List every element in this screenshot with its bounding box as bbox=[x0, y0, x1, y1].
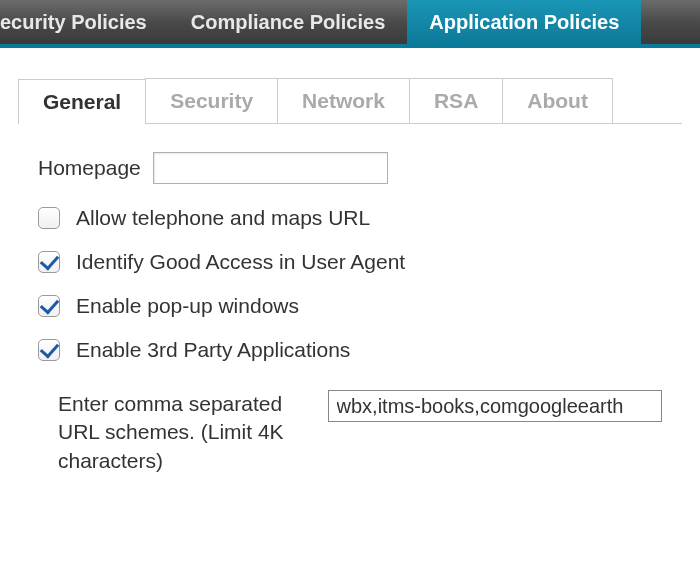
form-area: Homepage Allow telephone and maps URL Id… bbox=[18, 124, 682, 495]
tab-about[interactable]: About bbox=[502, 78, 613, 123]
content-area: General Security Network RSA About Homep… bbox=[0, 48, 700, 515]
checkbox-label-enable-popup: Enable pop-up windows bbox=[76, 294, 299, 318]
checkbox-label-identify-good-access: Identify Good Access in User Agent bbox=[76, 250, 405, 274]
homepage-input[interactable] bbox=[153, 152, 388, 184]
url-schemes-label: Enter comma separated URL schemes. (Limi… bbox=[58, 390, 328, 475]
checkbox-enable-popup[interactable] bbox=[38, 295, 60, 317]
checkbox-enable-3rd-party[interactable] bbox=[38, 339, 60, 361]
checkbox-label-enable-3rd-party: Enable 3rd Party Applications bbox=[76, 338, 350, 362]
homepage-label: Homepage bbox=[38, 156, 141, 180]
url-schemes-input[interactable] bbox=[328, 390, 662, 422]
checkbox-allow-telephone[interactable] bbox=[38, 207, 60, 229]
homepage-row: Homepage bbox=[38, 152, 662, 184]
checkbox-identify-good-access[interactable] bbox=[38, 251, 60, 273]
tab-rsa[interactable]: RSA bbox=[409, 78, 503, 123]
checkbox-row-identify-good-access: Identify Good Access in User Agent bbox=[38, 250, 662, 274]
tab-security[interactable]: Security bbox=[145, 78, 278, 123]
checkbox-row-enable-popup: Enable pop-up windows bbox=[38, 294, 662, 318]
tab-network[interactable]: Network bbox=[277, 78, 410, 123]
checkbox-label-allow-telephone: Allow telephone and maps URL bbox=[76, 206, 370, 230]
nav-security-policies[interactable]: ecurity Policies bbox=[0, 0, 169, 44]
checkbox-row-allow-telephone: Allow telephone and maps URL bbox=[38, 206, 662, 230]
top-nav: ecurity Policies Compliance Policies App… bbox=[0, 0, 700, 48]
checkbox-row-enable-3rd-party: Enable 3rd Party Applications bbox=[38, 338, 662, 362]
url-schemes-row: Enter comma separated URL schemes. (Limi… bbox=[58, 390, 662, 475]
tab-general[interactable]: General bbox=[18, 79, 146, 124]
sub-tabs: General Security Network RSA About bbox=[18, 78, 682, 124]
nav-compliance-policies[interactable]: Compliance Policies bbox=[169, 0, 408, 44]
nav-application-policies[interactable]: Application Policies bbox=[407, 0, 641, 44]
